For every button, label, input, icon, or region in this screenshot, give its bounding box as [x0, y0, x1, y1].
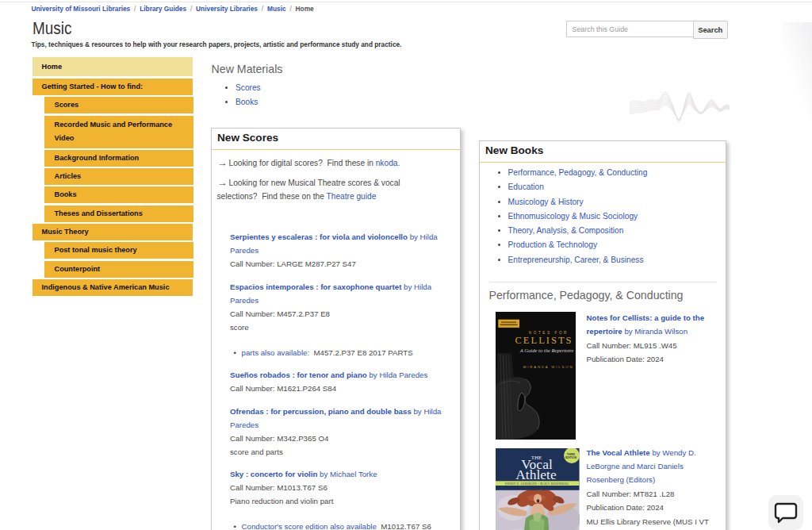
svg-text:Athlete: Athlete	[515, 467, 557, 482]
svg-text:MIRANDA WILSON: MIRANDA WILSON	[523, 365, 574, 369]
svg-text:CELLISTS: CELLISTS	[515, 335, 574, 346]
svg-text:EDITION: EDITION	[565, 456, 576, 459]
svg-text:A Guide to the Repertoire: A Guide to the Repertoire	[519, 348, 574, 353]
